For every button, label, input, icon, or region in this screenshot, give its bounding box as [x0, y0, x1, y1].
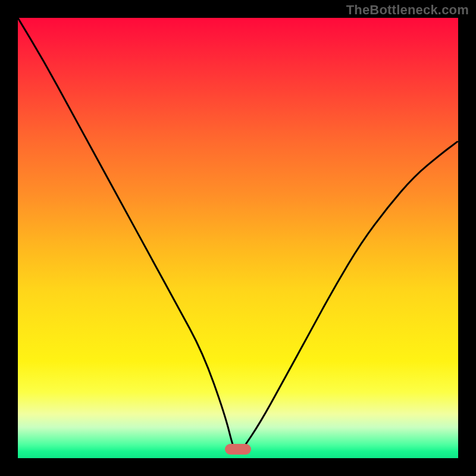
watermark-text: TheBottleneck.com	[346, 2, 469, 18]
curve-path	[18, 18, 458, 453]
gradient-plot-area	[18, 18, 458, 458]
chart-frame: TheBottleneck.com	[0, 0, 476, 476]
optimum-marker	[225, 444, 251, 455]
bottleneck-curve	[18, 18, 458, 458]
